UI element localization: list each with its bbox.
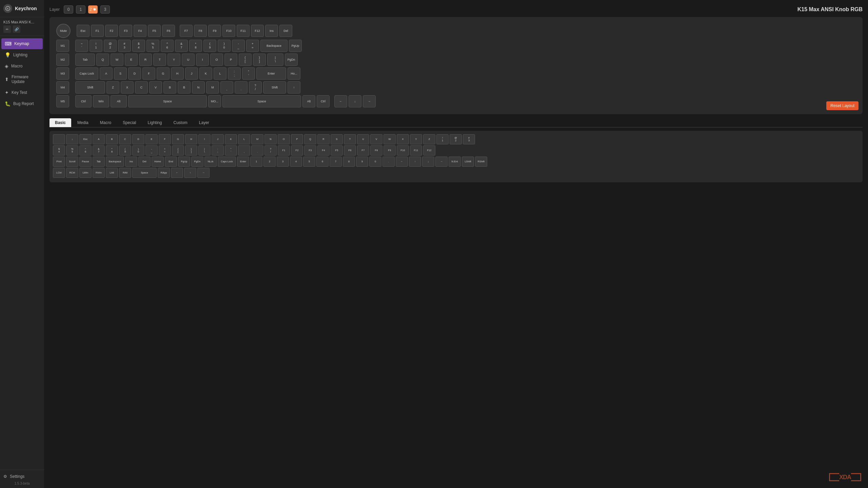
palette-key-arr-up[interactable]: ↑	[409, 157, 421, 167]
key-q[interactable]: Q	[96, 54, 109, 66]
palette-key-g[interactable]: G	[172, 134, 184, 144]
key-n[interactable]: N	[192, 81, 205, 94]
key-lalt[interactable]: Alt	[111, 95, 127, 107]
layer-btn-3[interactable]: 3	[100, 5, 110, 14]
key-space-left[interactable]: Space	[128, 95, 207, 107]
palette-key-4[interactable]: $4	[53, 145, 65, 156]
palette-key-lwin[interactable]: LWin	[79, 168, 92, 178]
key-m3[interactable]: M3	[56, 67, 69, 80]
key-minus[interactable]: -_	[232, 40, 245, 52]
key-backspace[interactable]: Backspace	[260, 40, 288, 52]
palette-key-comma[interactable]: ,	[238, 145, 250, 156]
palette-key-o[interactable]: O	[278, 134, 290, 144]
key-tab[interactable]: Tab	[75, 54, 95, 66]
key-4[interactable]: $4	[132, 40, 145, 52]
palette-key-rbracket[interactable]: }]	[185, 145, 197, 156]
palette-key-arr-right[interactable]: →	[435, 157, 448, 167]
key-e[interactable]: E	[125, 54, 138, 66]
palette-key-8[interactable]: *8	[106, 145, 118, 156]
palette-key-tab[interactable]: Tab	[93, 157, 105, 167]
palette-key-l[interactable]: L	[238, 134, 250, 144]
tab-media[interactable]: Media	[72, 118, 94, 127]
key-enter[interactable]: Enter	[256, 67, 286, 80]
palette-key-arr-down[interactable]: ↓	[422, 157, 434, 167]
palette-key-minus[interactable]: -_	[145, 145, 158, 156]
tab-basic[interactable]: Basic	[50, 118, 71, 127]
key-up[interactable]: ↑	[288, 81, 300, 94]
key-space-right[interactable]: Space	[222, 95, 301, 107]
palette-key-num7[interactable]: 7	[330, 157, 342, 167]
palette-key-f[interactable]: F	[159, 134, 171, 144]
palette-key-a[interactable]: A	[93, 134, 105, 144]
key-x[interactable]: X	[121, 81, 134, 94]
palette-key-s[interactable]: S	[331, 134, 343, 144]
sidebar-item-lighting[interactable]: 💡 Lighting	[1, 49, 43, 60]
palette-key-7[interactable]: &7	[93, 145, 105, 156]
palette-key-2[interactable]: @2	[450, 134, 462, 144]
key-slash[interactable]: ?/	[249, 81, 262, 94]
palette-key-pgup[interactable]: PgUp	[178, 157, 190, 167]
key-m5[interactable]: M5	[56, 95, 69, 107]
palette-key-semicolon[interactable]: :;	[212, 145, 224, 156]
palette-key-capslock[interactable]: Caps Lock	[218, 157, 236, 167]
palette-key-num8[interactable]: 8	[343, 157, 355, 167]
palette-key-num3[interactable]: 3	[277, 157, 289, 167]
palette-key-nlck[interactable]: NLck	[204, 157, 217, 167]
palette-key-f7[interactable]: F7	[357, 145, 369, 156]
key-o[interactable]: O	[210, 54, 223, 66]
layer-btn-1[interactable]: 1	[76, 5, 85, 14]
key-del[interactable]: Del	[279, 25, 292, 37]
palette-key-e[interactable]: E	[145, 134, 158, 144]
key-rbracket[interactable]: }]	[253, 54, 266, 66]
key-l[interactable]: L	[214, 67, 226, 80]
key-t[interactable]: T	[153, 54, 166, 66]
key-lwin[interactable]: Win	[93, 95, 109, 107]
palette-key-f11[interactable]: F11	[410, 145, 422, 156]
key-w[interactable]: W	[111, 54, 123, 66]
palette-key-3[interactable]: #3	[463, 134, 475, 144]
palette-key-c[interactable]: C	[119, 134, 131, 144]
palette-key-f4[interactable]: F4	[317, 145, 330, 156]
key-down[interactable]: ↓	[349, 95, 361, 107]
key-tilde[interactable]: ~`	[75, 40, 88, 52]
key-home[interactable]: Ho...	[288, 67, 300, 80]
palette-key-1[interactable]: !1	[436, 134, 449, 144]
palette-key-0[interactable]: )0	[132, 145, 144, 156]
palette-key-f1[interactable]: F1	[278, 145, 290, 156]
palette-key-empty[interactable]	[53, 134, 65, 144]
key-capslock[interactable]: Caps Lock	[75, 67, 98, 80]
key-r[interactable]: R	[139, 54, 152, 66]
palette-key-num5[interactable]: 5	[303, 157, 315, 167]
palette-key-plus[interactable]: +=	[159, 145, 171, 156]
link-device-button[interactable]: 🔗	[13, 25, 20, 33]
palette-key-p[interactable]: P	[291, 134, 303, 144]
palette-key-period[interactable]: .	[251, 145, 263, 156]
palette-key-num6[interactable]: 6	[316, 157, 329, 167]
key-backslash[interactable]: |\	[267, 54, 283, 66]
palette-key-num9[interactable]: 9	[356, 157, 368, 167]
palette-key-num1[interactable]: 1	[250, 157, 262, 167]
palette-key-arr-l2[interactable]: ←	[171, 168, 183, 178]
palette-key-y[interactable]: Y	[410, 134, 422, 144]
key-f7[interactable]: F7	[180, 25, 193, 37]
tab-macro[interactable]: Macro	[95, 118, 117, 127]
palette-key-w[interactable]: W	[383, 134, 396, 144]
key-0[interactable]: )0	[218, 40, 231, 52]
key-8[interactable]: *8	[189, 40, 202, 52]
key-2[interactable]: @2	[104, 40, 117, 52]
palette-key-i[interactable]: I	[198, 134, 211, 144]
key-a[interactable]: A	[100, 67, 113, 80]
palette-key-m[interactable]: M	[251, 134, 263, 144]
palette-key-u[interactable]: U	[357, 134, 369, 144]
key-h[interactable]: H	[171, 67, 184, 80]
reset-layout-button[interactable]: Reset Layout	[826, 101, 859, 110]
key-v[interactable]: V	[149, 81, 162, 94]
palette-key-r[interactable]: R	[317, 134, 330, 144]
palette-key-v[interactable]: V	[370, 134, 382, 144]
palette-key-slash[interactable]: ?/	[264, 145, 277, 156]
palette-key-rwin[interactable]: RWin	[93, 168, 105, 178]
palette-key-j[interactable]: J	[212, 134, 224, 144]
palette-key-f6[interactable]: F6	[344, 145, 356, 156]
palette-key-esc[interactable]: Esc	[79, 134, 92, 144]
key-f6[interactable]: F6	[162, 25, 175, 37]
